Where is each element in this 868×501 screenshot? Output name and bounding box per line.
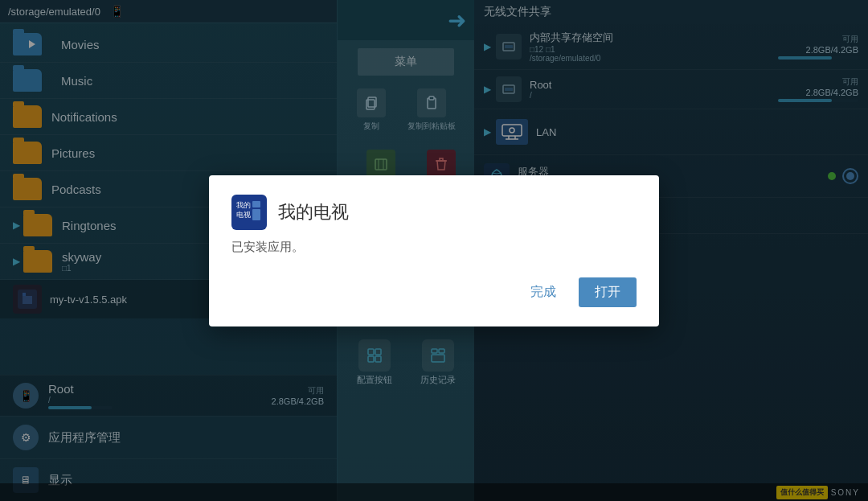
svg-text:我的: 我的 — [236, 201, 251, 209]
modal-open-button[interactable]: 打开 — [579, 277, 637, 307]
modal-dialog: 我的 电视 我的电视 已安装应用。 完成 打开 — [209, 175, 659, 326]
modal-message: 已安装应用。 — [231, 240, 637, 255]
modal-app-icon: 我的 电视 — [231, 195, 267, 230]
modal-overlay: 我的 电视 我的电视 已安装应用。 完成 打开 — [0, 0, 868, 501]
modal-header: 我的 电视 我的电视 — [231, 195, 637, 230]
svg-text:电视: 电视 — [236, 211, 251, 219]
modal-done-button[interactable]: 完成 — [518, 277, 569, 307]
main-container: /storage/emulated/0 📱 Movies Music — [0, 0, 868, 501]
svg-rect-28 — [252, 201, 260, 207]
svg-rect-29 — [252, 209, 260, 220]
modal-app-icon-text: 我的 电视 — [233, 196, 265, 228]
modal-title: 我的电视 — [278, 200, 349, 224]
modal-actions: 完成 打开 — [231, 277, 637, 307]
